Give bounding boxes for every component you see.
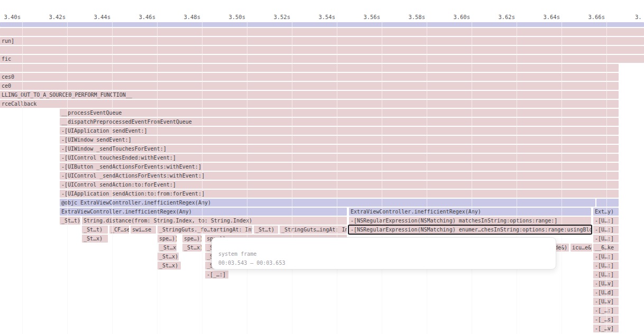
flame-frame[interactable]: icu…e&) bbox=[571, 244, 592, 252]
flame-frame[interactable]: -[U…:] bbox=[593, 217, 619, 225]
tooltip-time-range: 00:03.543 — 00:03.653 bbox=[218, 258, 549, 267]
ruler-tick-label: 3.40s bbox=[4, 14, 21, 20]
flame-frame[interactable]: -[_…:] bbox=[205, 271, 228, 279]
flame-frame[interactable]: -[U…:] bbox=[593, 253, 619, 261]
ruler-tick-label: 3.58s bbox=[408, 14, 425, 20]
flame-frame[interactable]: -[UIControl touchesEnded:withEvent:] bbox=[60, 154, 619, 162]
flame-frame[interactable]: _St…t) bbox=[82, 226, 108, 234]
ruler-tick-label: 3.42s bbox=[49, 14, 66, 20]
flame-frame[interactable]: -[UIApplication sendEvent:] bbox=[60, 127, 619, 135]
ruler-tick-label: 3.60s bbox=[453, 14, 470, 20]
flame-frame[interactable]: -[UIControl _sendActionsForEvents:withEv… bbox=[60, 172, 619, 180]
flame-frame[interactable] bbox=[0, 22, 644, 27]
flame-frame[interactable]: run] bbox=[0, 37, 644, 45]
ruler-tick-label: 3.46s bbox=[139, 14, 155, 20]
flame-frame[interactable]: ces0 bbox=[0, 73, 619, 81]
ruler-tick-label: 3.52s bbox=[273, 14, 290, 20]
flame-frame[interactable] bbox=[596, 199, 619, 207]
flame-frame[interactable]: _St…t) bbox=[60, 217, 80, 225]
flame-frame[interactable] bbox=[0, 64, 619, 72]
flame-frame[interactable]: -[U…:] bbox=[593, 262, 619, 270]
flame-frame[interactable]: @objc ExtraViewController.inefficientReg… bbox=[60, 199, 595, 207]
flame-frame-selected[interactable]: -[NSRegularExpression(NSMatching) enumer… bbox=[349, 226, 591, 234]
flame-frame[interactable]: String.distance(from: String.Index, to: … bbox=[82, 217, 347, 225]
flame-frame[interactable]: _St…x) bbox=[82, 235, 108, 243]
flame-frame[interactable]: _StringGuts._fo…tartingAt: Int) bbox=[158, 226, 252, 234]
flame-frame[interactable]: -[UIWindow _sendTouchesForEvent:] bbox=[60, 145, 619, 153]
frame-tooltip: 109.56ms(1%)-[NSRegularExpression(NSMatc… bbox=[211, 237, 556, 270]
ruler-tick-label: 3.54s bbox=[318, 14, 335, 20]
flame-frame[interactable] bbox=[0, 28, 644, 36]
flame-frame[interactable]: -[U…:] bbox=[593, 235, 619, 243]
flame-frame[interactable] bbox=[0, 46, 644, 54]
flame-frame[interactable]: ce0 bbox=[0, 82, 619, 90]
flame-frame[interactable]: _St…x) bbox=[159, 244, 177, 252]
ruler-tick-label: 3.64s bbox=[543, 14, 560, 20]
profiler-flame-chart-view: run]ficces0ce0LLING_OUT_TO_A_SOURCE0_PER… bbox=[0, 0, 644, 334]
flame-frame[interactable]: -[_…v] bbox=[593, 324, 619, 332]
flame-frame[interactable]: ExtraViewController.inefficientRegex(Any… bbox=[349, 208, 591, 216]
flame-chart[interactable]: run]ficces0ce0LLING_OUT_TO_A_SOURCE0_PER… bbox=[0, 0, 644, 334]
flame-frame[interactable]: -[NSRegularExpression(NSMatching) matche… bbox=[349, 217, 591, 225]
flame-frame[interactable]: -[UIApplication sendAction:to:from:forEv… bbox=[60, 190, 619, 198]
flame-frame[interactable]: spe…)) bbox=[158, 235, 177, 243]
ruler-tick-label: 3.44s bbox=[94, 14, 111, 20]
flame-frame[interactable]: -[_…:] bbox=[593, 307, 619, 314]
tooltip-frame-kind: system frame bbox=[218, 249, 549, 258]
ruler-tick-label: 3. bbox=[635, 14, 642, 20]
flame-frame[interactable]: LLING_OUT_TO_A_SOURCE0_PERFORM_FUNCTION_… bbox=[0, 91, 619, 99]
flame-frame[interactable]: ExtraViewController.inefficientRegex(Any… bbox=[60, 208, 347, 216]
flame-frame[interactable]: __processEventQueue bbox=[60, 109, 619, 117]
flame-frame[interactable]: __dispatchPreprocessedEventFromEventQueu… bbox=[60, 118, 619, 126]
flame-frame[interactable]: _St…x) bbox=[182, 244, 201, 252]
flame-frame[interactable]: _StringGuts…ingAt: Int) bbox=[280, 226, 347, 234]
flame-frame[interactable]: -[UIControl sendAction:to:forEvent:] bbox=[60, 181, 619, 189]
ruler-tick-label: 3.50s bbox=[228, 14, 245, 20]
flame-frame[interactable]: -[U…:] bbox=[593, 226, 619, 234]
flame-frame[interactable]: _St…x) bbox=[158, 262, 181, 270]
flame-frame[interactable]: _St…t) bbox=[254, 226, 278, 234]
flame-frame[interactable]: fic bbox=[0, 55, 644, 63]
flame-frame[interactable]: -[U…d] bbox=[593, 289, 619, 296]
ruler-tick-label: 3.56s bbox=[363, 14, 380, 20]
flame-frame[interactable]: -[UIButton _sendActionsForEvents:withEve… bbox=[60, 163, 619, 171]
flame-frame[interactable]: -[U…v] bbox=[593, 280, 619, 287]
flame-frame[interactable]: -[_…s] bbox=[593, 316, 619, 323]
flame-frame[interactable]: -[UIWindow sendEvent:] bbox=[60, 136, 619, 144]
ruler-tick-label: 3.66s bbox=[588, 14, 605, 20]
ruler-tick-label: 3.62s bbox=[498, 14, 515, 20]
flame-frame[interactable]: -[U…:] bbox=[593, 271, 619, 279]
flame-frame[interactable]: _St…x) bbox=[158, 253, 179, 261]
flame-frame[interactable]: rceCallback bbox=[0, 100, 619, 108]
tooltip-primary-line: 109.56ms(1%)-[NSRegularExpression(NSMatc… bbox=[218, 240, 549, 249]
flame-frame[interactable]: __6…ke bbox=[593, 244, 619, 252]
flame-frame[interactable]: -[U…v] bbox=[593, 298, 619, 305]
flame-frame[interactable]: spe…)) bbox=[182, 235, 201, 243]
flame-frame[interactable]: _CF…se bbox=[109, 226, 129, 234]
ruler-tick-label: 3.48s bbox=[183, 14, 200, 20]
time-ruler[interactable]: 3.40s3.42s3.44s3.46s3.48s3.50s3.52s3.54s… bbox=[0, 0, 644, 21]
flame-frame[interactable]: Ext…y) bbox=[593, 208, 619, 216]
flame-frame[interactable]: swi…se bbox=[131, 226, 156, 234]
